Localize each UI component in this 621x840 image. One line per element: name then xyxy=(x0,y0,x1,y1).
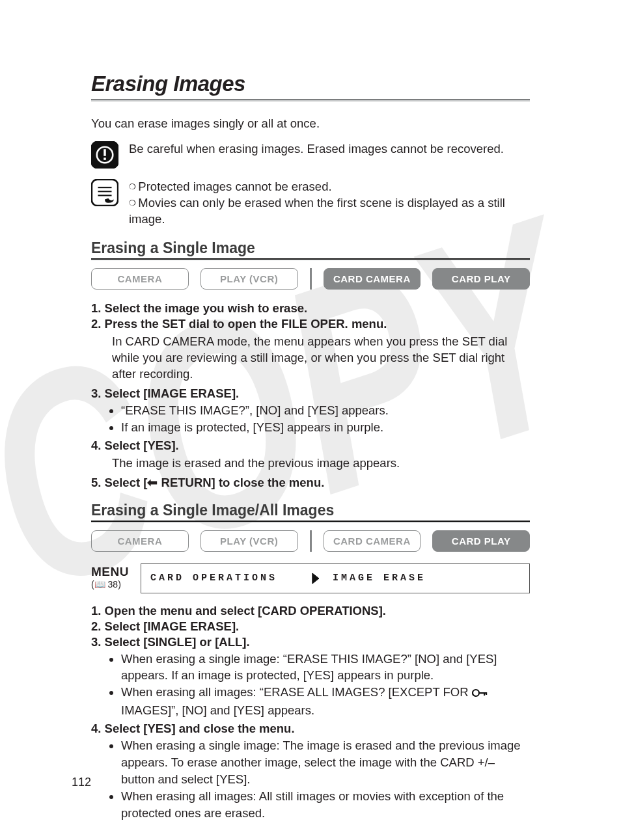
menu-label: MENU xyxy=(91,565,141,579)
svg-rect-12 xyxy=(484,692,485,696)
step-bullet: If an image is protected, [YES] appears … xyxy=(121,419,530,436)
steps-list: 1. Open the menu and select [CARD OPERAT… xyxy=(91,604,530,822)
section-rule xyxy=(91,521,530,522)
svg-rect-13 xyxy=(486,692,487,695)
notes-row: Protected images cannot be erased. Movie… xyxy=(91,179,530,228)
steps-list: 1. Select the image you wish to erase. 2… xyxy=(91,301,530,490)
notes-icon xyxy=(91,179,118,206)
step-text: 4. Select [YES]. xyxy=(91,439,530,453)
menu-page-number: 38 xyxy=(108,579,118,589)
step-text: 1. Select the image you wish to erase. xyxy=(91,301,530,316)
mode-row: CAMERA PLAY (VCR) CARD CAMERA CARD PLAY xyxy=(91,268,530,290)
menu-cell: IMAGE ERASE xyxy=(324,563,530,593)
mode-play-vcr: PLAY (VCR) xyxy=(200,530,298,552)
menu-cell: CARD OPERATIONS xyxy=(141,563,308,593)
step-bullet: When erasing all images: “ERASE ALL IMAG… xyxy=(121,684,530,719)
step-text: 5. Select [⬅ RETURN] to close the menu. xyxy=(91,476,530,490)
step-bullet-part: IMAGES]”, [NO] and [YES] appears. xyxy=(121,703,314,717)
step-bullet: “ERASE THIS IMAGE?”, [NO] and [YES] appe… xyxy=(121,402,530,419)
step-text-part: RETURN] to close the menu. xyxy=(158,476,324,489)
svg-rect-4 xyxy=(104,149,106,156)
note-item: Protected images cannot be erased. xyxy=(129,179,530,195)
step-bullet: When erasing all images: All still image… xyxy=(121,788,530,822)
menu-arrow-icon xyxy=(308,563,324,593)
svg-rect-5 xyxy=(104,157,106,160)
warning-icon xyxy=(91,141,118,169)
mode-play-vcr: PLAY (VCR) xyxy=(200,268,298,290)
section-heading: Erasing a Single Image xyxy=(91,239,530,257)
step-bullet: When erasing a single image: “ERASE THIS… xyxy=(121,651,530,684)
step-text: 4. Select [YES] and close the menu. xyxy=(91,722,530,736)
menu-page-ref: (📖 38) xyxy=(91,579,141,589)
warning-text: Be careful when erasing images. Erased i… xyxy=(129,141,504,157)
step-text: 1. Open the menu and select [CARD OPERAT… xyxy=(91,604,530,618)
return-arrow-icon: ⬅ xyxy=(147,476,158,490)
step-detail: The image is erased and the previous ima… xyxy=(112,455,530,472)
mode-row: CAMERA PLAY (VCR) CARD CAMERA CARD PLAY xyxy=(91,530,530,552)
svg-point-10 xyxy=(473,690,479,696)
mode-card-camera: CARD CAMERA xyxy=(324,268,421,290)
warning-row: Be careful when erasing images. Erased i… xyxy=(91,141,530,169)
note-item: Movies can only be erased when the first… xyxy=(129,195,530,228)
step-bullet-part: When erasing all images: “ERASE ALL IMAG… xyxy=(121,685,472,699)
mode-separator xyxy=(310,530,312,552)
svg-rect-11 xyxy=(478,692,486,694)
page-title: Erasing Images xyxy=(91,72,530,96)
step-bullet: When erasing a single image: The image i… xyxy=(121,737,530,788)
mode-card-camera: CARD CAMERA xyxy=(324,530,421,552)
protect-key-icon xyxy=(472,685,488,702)
section-rule xyxy=(91,258,530,260)
step-text: 3. Select [SINGLE] or [ALL]. xyxy=(91,635,530,649)
menu-path-bar: MENU (📖 38) CARD OPERATIONS IMAGE ERASE xyxy=(91,563,530,593)
step-text: 2. Press the SET dial to open the FILE O… xyxy=(91,317,530,331)
mode-card-play: CARD PLAY xyxy=(432,530,530,552)
step-detail: In CARD CAMERA mode, the menu appears wh… xyxy=(112,334,530,383)
mode-card-play: CARD PLAY xyxy=(432,268,530,290)
step-text-part: 5. Select [ xyxy=(91,476,147,489)
intro-text: You can erase images singly or all at on… xyxy=(91,116,530,132)
title-rule xyxy=(91,99,530,102)
mode-separator xyxy=(310,268,312,290)
mode-camera: CAMERA xyxy=(91,268,189,290)
section-heading: Erasing a Single Image/All Images xyxy=(91,502,530,519)
mode-camera: CAMERA xyxy=(91,530,189,552)
step-text: 3. Select [IMAGE ERASE]. xyxy=(91,386,530,401)
svg-rect-6 xyxy=(92,180,118,206)
step-text: 2. Select [IMAGE ERASE]. xyxy=(91,619,530,634)
